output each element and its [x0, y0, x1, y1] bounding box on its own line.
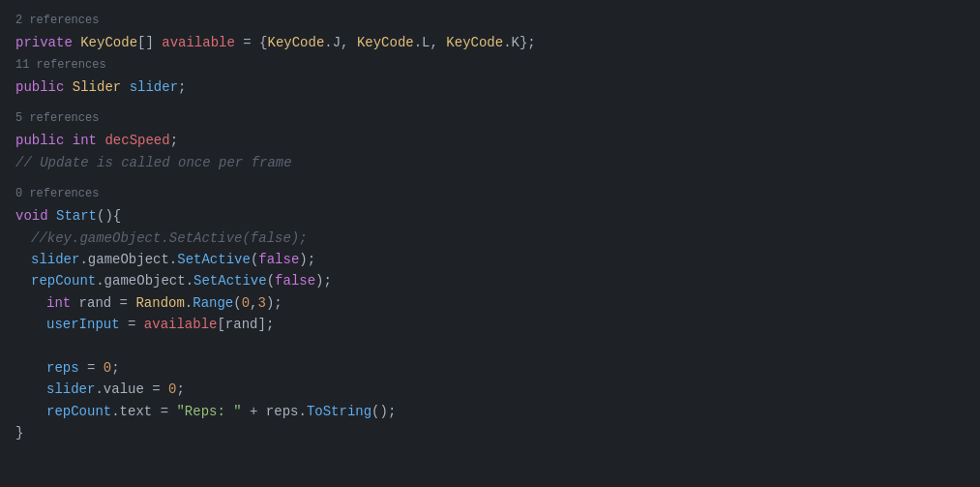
code-line: private KeyCode[] available = {KeyCode.J…	[0, 32, 980, 53]
token-plain: (	[233, 292, 241, 314]
reference-count: 5 references	[0, 107, 980, 130]
token-plain: }	[15, 422, 23, 443]
token-num: 0	[242, 292, 250, 314]
token-plain: ();	[371, 401, 396, 422]
token-plain: .value =	[95, 379, 168, 400]
token-method: SetActive	[177, 249, 251, 270]
reference-count: 2 references	[0, 10, 980, 32]
token-type: KeyCode	[80, 32, 137, 53]
token-plain: .gameObject.	[96, 270, 193, 291]
token-plain: ;	[178, 76, 186, 98]
code-line: slider.gameObject.SetActive(false);	[0, 249, 980, 270]
token-type: KeyCode	[267, 32, 324, 53]
token-plain: ,	[250, 292, 257, 314]
token-blue-var: userInput	[46, 314, 120, 335]
token-plain: .text =	[111, 401, 176, 422]
token-kw: void	[15, 205, 56, 227]
token-method: Range	[193, 292, 233, 314]
code-line: int rand = Random.Range(0,3);	[0, 292, 980, 314]
code-line: }	[0, 422, 980, 443]
token-blue-var: slider	[46, 379, 95, 400]
token-num: 3	[258, 292, 266, 314]
token-plain: [rand];	[217, 314, 274, 335]
token-plain: (	[267, 270, 275, 291]
token-kw: public	[15, 130, 73, 151]
token-plain: ;	[176, 379, 184, 400]
code-line: // Update is called once per frame	[0, 152, 980, 173]
token-type: KeyCode	[357, 32, 414, 53]
token-plain: );	[299, 249, 315, 270]
token-plain: =	[79, 357, 104, 379]
token-var: available	[162, 32, 235, 53]
code-line: userInput = available[rand];	[0, 314, 980, 335]
code-editor: 2 referencesprivate KeyCode[] available …	[0, 0, 980, 487]
token-plain: .J,	[324, 32, 357, 53]
token-kw: false	[275, 270, 315, 291]
token-plain: (){	[97, 205, 121, 227]
token-plain: .gameObject.	[79, 249, 177, 270]
code-line: slider.value = 0;	[0, 379, 980, 400]
token-plain: []	[137, 32, 162, 53]
token-comment: // Update is called once per frame	[15, 152, 292, 173]
code-line: public int decSpeed;	[0, 130, 980, 151]
code-line: void Start(){	[0, 205, 980, 227]
token-plain: .	[185, 292, 193, 314]
token-type: KeyCode	[446, 32, 503, 53]
token-num: 0	[104, 357, 111, 379]
token-blue-var: reps	[46, 357, 79, 379]
token-var: available	[144, 314, 218, 335]
token-plain: =	[111, 292, 135, 314]
token-plain: .L,	[414, 32, 447, 53]
token-plain: ;	[111, 357, 119, 379]
token-plain: ;	[170, 130, 178, 151]
token-type: Slider	[73, 76, 121, 98]
token-plain	[121, 76, 129, 98]
token-blue-var: slider	[31, 249, 79, 270]
token-plain: (	[251, 249, 258, 270]
token-kw: public	[15, 76, 73, 98]
code-line: reps = 0;	[0, 357, 980, 379]
token-blue-var: repCount	[46, 401, 111, 422]
reference-count: 11 references	[0, 54, 980, 76]
token-plain: );	[315, 270, 332, 291]
token-method: SetActive	[193, 270, 267, 291]
code-line: repCount.text = "Reps: " + reps.ToString…	[0, 401, 980, 422]
token-plain: .K};	[503, 32, 536, 53]
token-plain: rand	[79, 292, 112, 314]
token-string: "Reps: "	[176, 401, 241, 422]
token-comment: //key.gameObject.SetActive(false);	[31, 228, 308, 249]
reference-count: 0 references	[0, 183, 980, 205]
token-kw: private	[15, 32, 80, 53]
token-method: ToString	[307, 401, 371, 422]
token-num: 0	[168, 379, 176, 400]
code-line: //key.gameObject.SetActive(false);	[0, 228, 980, 249]
token-plain: =	[120, 314, 144, 335]
token-var: decSpeed	[104, 130, 169, 151]
code-line	[0, 336, 980, 357]
code-line: repCount.gameObject.SetActive(false);	[0, 270, 980, 291]
token-kw: int	[73, 130, 105, 151]
token-kw: false	[258, 249, 299, 270]
token-type: Random	[135, 292, 184, 314]
token-plain: = {	[235, 32, 268, 53]
token-plain: + reps.	[242, 401, 307, 422]
token-blue-var: slider	[130, 76, 178, 98]
token-plain: );	[266, 292, 282, 314]
token-blue-var: repCount	[31, 270, 96, 291]
code-line: public Slider slider;	[0, 76, 980, 98]
token-kw: int	[46, 292, 79, 314]
token-method: Start	[56, 205, 97, 227]
